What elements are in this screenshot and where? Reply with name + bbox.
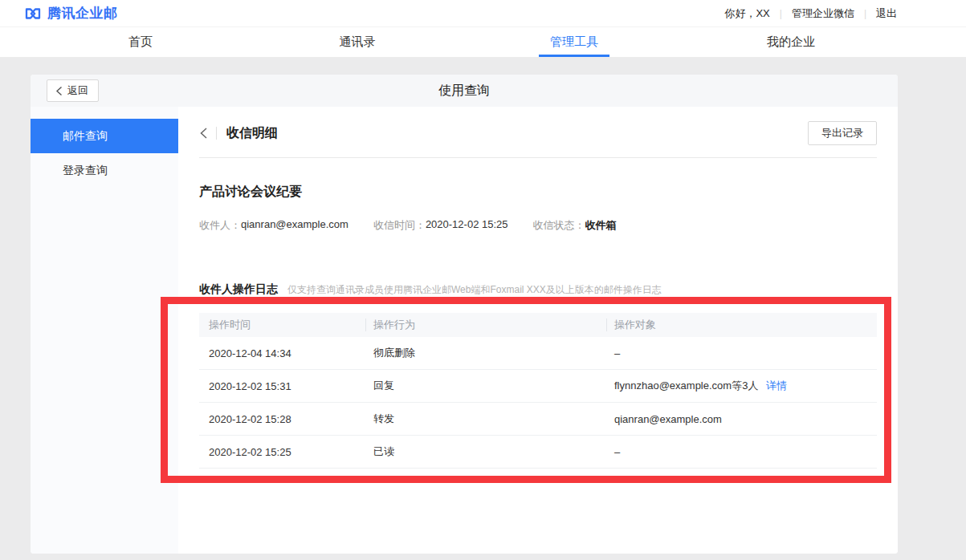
- details-link[interactable]: 详情: [766, 379, 787, 392]
- divider: |: [780, 8, 782, 19]
- topbar-links: 你好，XX | 管理企业微信 | 退出: [724, 6, 897, 21]
- export-records-button[interactable]: 导出记录: [808, 121, 877, 145]
- back-button-label: 返回: [67, 83, 88, 98]
- logo-text: 腾讯企业邮: [47, 4, 118, 22]
- main-nav: 首页 通讯录 管理工具 我的企业: [0, 27, 966, 58]
- meta-label: 收信时间：: [373, 218, 426, 233]
- meta-recipient: 收件人： qianran@example.com: [199, 218, 348, 233]
- meta-label: 收信状态：: [533, 218, 585, 233]
- tab-contacts[interactable]: 通讯录: [249, 27, 466, 57]
- column-header-action: 操作行为: [365, 319, 606, 331]
- cell-target-text: flynnzhao@example.com等3人: [614, 379, 758, 392]
- topbar: 腾讯企业邮 你好，XX | 管理企业微信 | 退出: [0, 0, 966, 27]
- operation-log-table: 操作时间 操作行为 操作对象 2020-12-04 14:34 彻底删除 – 2…: [199, 313, 877, 469]
- column-header-target: 操作对象: [606, 319, 877, 331]
- table-row: 2020-12-02 15:25 已读 –: [199, 436, 877, 469]
- sidebar-item-mail-query[interactable]: 邮件查询: [31, 119, 178, 153]
- detail-header: 收信明细 导出记录: [199, 122, 877, 144]
- tab-my-company[interactable]: 我的企业: [683, 27, 899, 57]
- cell-action: 回复: [365, 379, 606, 393]
- manage-wecom-link[interactable]: 管理企业微信: [792, 6, 854, 21]
- usage-query-panel: 返回 使用查询 邮件查询 登录查询 收信明细 导出记录 产品讨论会议纪要: [31, 75, 898, 554]
- cell-target: –: [606, 446, 877, 458]
- column-header-time: 操作时间: [199, 318, 365, 332]
- meta-value: qianran@example.com: [241, 218, 348, 233]
- greeting-text: 你好，XX: [724, 6, 769, 21]
- page-title: 使用查询: [31, 75, 898, 107]
- logout-link[interactable]: 退出: [876, 6, 897, 21]
- chevron-left-icon: [55, 86, 63, 96]
- cell-action: 彻底删除: [365, 346, 606, 360]
- sidebar: 邮件查询 登录查询: [31, 107, 178, 554]
- cell-target: –: [606, 347, 877, 359]
- tab-admin-tools[interactable]: 管理工具: [466, 27, 683, 57]
- cell-target: flynnzhao@example.com等3人 详情: [606, 379, 877, 393]
- cell-time: 2020-12-02 15:28: [199, 413, 365, 425]
- table-row: 2020-12-04 14:34 彻底删除 –: [199, 337, 877, 370]
- cell-time: 2020-12-02 15:31: [199, 380, 365, 392]
- cell-target: qianran@example.com: [606, 413, 877, 425]
- back-button[interactable]: 返回: [47, 79, 99, 102]
- table-header-row: 操作时间 操作行为 操作对象: [199, 313, 877, 337]
- cell-time: 2020-12-04 14:34: [199, 347, 365, 359]
- tab-admin-tools-label: 管理工具: [550, 34, 598, 48]
- back-chevron-button[interactable]: [199, 127, 208, 140]
- meta-receive-status: 收信状态： 收件箱: [533, 218, 617, 233]
- log-section-title: 收件人操作日志: [199, 282, 278, 297]
- meta-label: 收件人：: [199, 218, 241, 233]
- logo[interactable]: 腾讯企业邮: [24, 4, 118, 22]
- mail-meta: 收件人： qianran@example.com 收信时间： 2020-12-0…: [199, 218, 877, 233]
- mail-subject: 产品讨论会议纪要: [199, 184, 877, 201]
- divider: |: [864, 8, 866, 19]
- exmail-logo-icon: [24, 5, 42, 22]
- table-row: 2020-12-02 15:31 回复 flynnzhao@example.co…: [199, 370, 877, 403]
- meta-value: 收件箱: [585, 218, 617, 233]
- sidebar-item-login-query[interactable]: 登录查询: [31, 153, 178, 188]
- panel-header: 返回 使用查询: [31, 75, 898, 107]
- header-divider: [199, 157, 877, 158]
- log-section-note: 仅支持查询通讯录成员使用腾讯企业邮Web端和Foxmail XXX及以上版本的邮…: [287, 283, 662, 297]
- cell-time: 2020-12-02 15:25: [199, 446, 365, 458]
- cell-action: 已读: [365, 444, 606, 459]
- table-row: 2020-12-02 15:28 转发 qianran@example.com: [199, 403, 877, 436]
- meta-receive-time: 收信时间： 2020-12-02 15:25: [373, 218, 508, 233]
- chevron-left-icon: [199, 127, 208, 140]
- cell-action: 转发: [365, 412, 606, 426]
- tab-home[interactable]: 首页: [32, 27, 249, 57]
- detail-title: 收信明细: [226, 125, 278, 142]
- meta-value: 2020-12-02 15:25: [426, 218, 508, 233]
- main-content: 收信明细 导出记录 产品讨论会议纪要 收件人： qianran@example.…: [178, 107, 898, 554]
- vertical-divider: [216, 127, 217, 140]
- active-tab-underline: [539, 55, 609, 57]
- log-section-header: 收件人操作日志 仅支持查询通讯录成员使用腾讯企业邮Web端和Foxmail XX…: [199, 282, 877, 297]
